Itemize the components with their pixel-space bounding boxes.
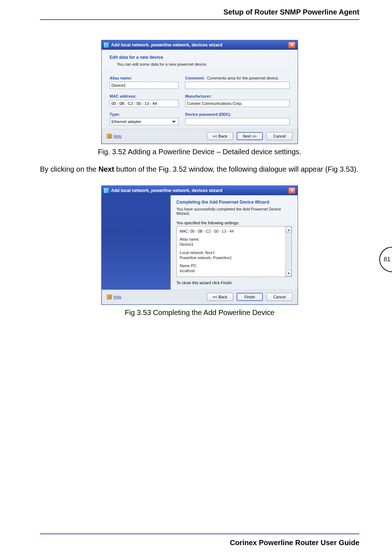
fig-3-52-caption: Fig. 3.52 Adding a Powerline Device – De… — [40, 148, 359, 156]
next-button[interactable]: Next >> — [237, 132, 263, 140]
device-form: Alias name: Comment: Comments area for t… — [110, 72, 290, 125]
help-icon — [107, 294, 112, 299]
page-footer-title: Corinex Powerline Router User Guide — [230, 539, 359, 547]
alias-label: Alias name: — [110, 76, 179, 80]
close-button[interactable]: ✕ — [288, 187, 295, 194]
dek-input[interactable] — [185, 118, 290, 125]
completing-heading: Completing the Add Powernet Device Wizar… — [176, 200, 292, 205]
comment-input[interactable] — [185, 82, 290, 89]
dialog2-content: Completing the Add Powernet Device Wizar… — [171, 195, 298, 290]
body-p3: button of the Fig. 3.52 window, the foll… — [114, 165, 359, 173]
help-link[interactable]: Help — [107, 294, 122, 299]
header-rule — [40, 19, 359, 20]
edit-data-heading: Edit data for a new device — [110, 55, 290, 60]
summary-local-net: Local network: floor1 — [180, 250, 289, 255]
dialog2-titlebar[interactable]: Add local network, powerline network, de… — [102, 186, 298, 195]
summary-mac: MAC: 00 - 0B - C2 - 00 - 13 - 44 — [180, 229, 289, 234]
type-select[interactable]: Ethernet adapter — [110, 118, 179, 125]
comment-label: Comment: — [185, 76, 205, 80]
app-icon — [104, 188, 109, 193]
app-icon — [104, 42, 109, 48]
completing-sub: You have successfully completed the Add … — [176, 207, 292, 216]
manufacturer-input[interactable] — [185, 100, 290, 107]
wizard-side-image — [102, 195, 171, 290]
dek-label: Device password (DEK): — [185, 112, 290, 116]
alias-input[interactable] — [110, 82, 179, 89]
dialog1-body: Edit data for a new device You can edit … — [102, 50, 298, 129]
comment-label-row: Comment: Comments area for the powernet … — [185, 76, 290, 80]
close-instruction: To close this wizard click Finish. — [176, 281, 292, 285]
body-p1: By clicking on the — [40, 165, 98, 173]
summary-networks: Local network: floor1 Powerline network:… — [180, 250, 289, 260]
help-label: Help — [113, 295, 122, 299]
dialog1-titlebar-left: Add local network, powerline network, de… — [104, 42, 222, 48]
dialog1-footer: Help << Back Next >> Cancel — [102, 129, 298, 144]
summary-namepc: Name PC: localhost — [180, 263, 289, 273]
dialog2-buttons: << Back Finish Cancel — [207, 293, 293, 301]
mac-input[interactable] — [110, 100, 179, 107]
mac-label: MAC address: — [110, 94, 179, 98]
dialog-complete-wizard: Add local network, powerline network, de… — [101, 185, 298, 305]
summary-namepc-label: Name PC: — [180, 263, 289, 268]
help-label: Help — [113, 134, 122, 138]
scroll-up-button[interactable]: ▴ — [286, 226, 291, 233]
dialog1-buttons: << Back Next >> Cancel — [207, 132, 293, 140]
scroll-down-button[interactable]: ▾ — [286, 270, 291, 277]
cancel-button[interactable]: Cancel — [266, 293, 293, 301]
dialog-edit-device: Add local network, powerline network, de… — [101, 40, 298, 144]
settings-intro: You specified the following settings: — [176, 221, 292, 225]
back-button[interactable]: << Back — [207, 132, 233, 140]
body-paragraph: By clicking on the Next button of the Fi… — [40, 164, 359, 175]
manufacturer-label: Manufacturer: — [185, 94, 290, 98]
help-icon — [107, 134, 112, 139]
body-next-bold: Next — [98, 165, 114, 173]
comment-hint: Comments area for the powernet device. — [207, 76, 279, 80]
finish-button[interactable]: Finish — [237, 293, 263, 301]
page-number: 81 — [379, 247, 392, 272]
summary-alias-value: Device1 — [180, 242, 289, 247]
edit-data-subtext: You can edit some data for a new powerne… — [117, 62, 290, 66]
summary-namepc-value: localhost — [180, 268, 289, 273]
fig-3-53-caption: Fig 3.53 Completing the Add Powerline De… — [40, 308, 359, 317]
summary-alias-label: Alias name: — [180, 237, 289, 242]
summary-powerline-net: Powerline network: Powerline1 — [180, 255, 289, 260]
summary-alias: Alias name: Device1 — [180, 237, 289, 247]
close-button[interactable]: ✕ — [288, 42, 295, 48]
summary-scrollbar[interactable]: ▴ ▾ — [285, 226, 291, 277]
help-link[interactable]: Help — [107, 134, 122, 139]
dialog2-footer: Help << Back Finish Cancel — [102, 290, 298, 304]
footer-rule — [40, 533, 359, 534]
settings-summary-box[interactable]: MAC: 00 - 0B - C2 - 00 - 13 - 44 Alias n… — [176, 226, 292, 277]
dialog1-titlebar[interactable]: Add local network, powerline network, de… — [102, 40, 298, 50]
dialog2-title: Add local network, powerline network, de… — [111, 188, 222, 193]
cancel-button[interactable]: Cancel — [266, 132, 293, 140]
page-number-wrap: 81 — [370, 247, 392, 269]
dialog1-title: Add local network, powerline network, de… — [111, 42, 222, 48]
dialog2-titlebar-left: Add local network, powerline network, de… — [104, 188, 222, 193]
type-label: Type: — [110, 112, 179, 116]
dialog2-body: Completing the Add Powernet Device Wizar… — [102, 195, 298, 290]
page-header-title: Setup of Router SNMP Powerline Agent — [40, 7, 359, 19]
back-button[interactable]: << Back — [207, 293, 233, 301]
